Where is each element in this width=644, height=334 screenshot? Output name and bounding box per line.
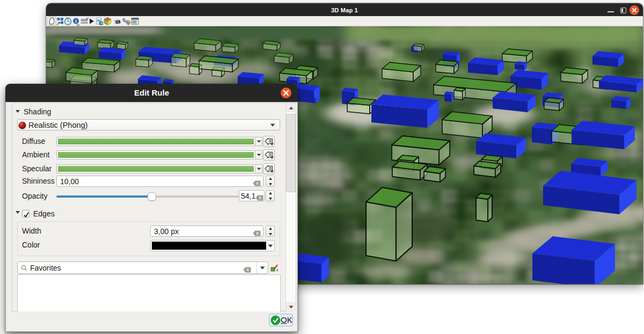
svg-text:a: a (276, 268, 279, 272)
